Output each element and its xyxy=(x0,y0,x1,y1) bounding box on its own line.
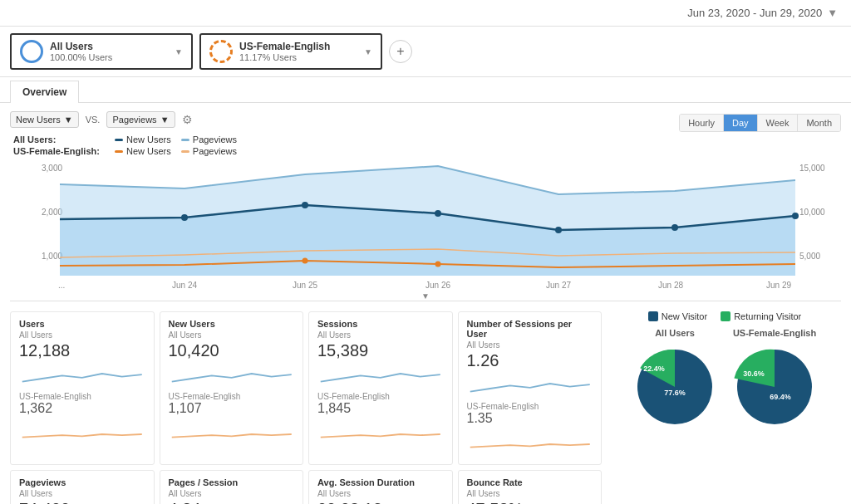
metric-all-users-value: 12,188 xyxy=(19,341,145,360)
all-users-legend-label: All Users: xyxy=(13,135,105,144)
metric-title: Pageviews xyxy=(19,477,145,487)
metric-segment-value: 1.35 xyxy=(467,411,593,426)
all-users-pie-label: All Users xyxy=(655,328,695,338)
svg-text:Jun 25: Jun 25 xyxy=(293,281,317,290)
all-users-pie-chart: 77.6% 22.4% xyxy=(629,341,721,433)
week-button[interactable]: Week xyxy=(758,115,799,131)
svg-text:5,000: 5,000 xyxy=(799,252,820,261)
metric-segment-label: All Users xyxy=(467,340,593,350)
svg-point-20 xyxy=(792,213,799,219)
metric-segment-label: All Users xyxy=(169,489,295,498)
time-buttons-group: Hourly Day Week Month xyxy=(679,114,841,132)
svg-text:Jun 29: Jun 29 xyxy=(766,281,791,290)
svg-text:30.6%: 30.6% xyxy=(743,369,765,378)
mini-chart-all-users xyxy=(467,374,593,399)
segment-pageviews-dot xyxy=(181,150,189,153)
all-users-icon xyxy=(20,40,43,63)
chart-expand-icon[interactable]: ▼ xyxy=(10,291,841,301)
metric-card: Bounce Rate All Users 47.53% US-Female-E… xyxy=(458,470,603,504)
metric-card: Users All Users 12,188 US-Female-English… xyxy=(10,311,155,465)
svg-point-16 xyxy=(302,202,308,208)
metric-segment-label: All Users xyxy=(317,489,444,498)
segment-pct: 11.17% Users xyxy=(239,52,357,62)
segment-pie-chart: 69.4% 30.6% xyxy=(729,341,820,433)
chart-controls: New Users ▼ VS. Pageviews ▼ ⚙ xyxy=(10,111,679,128)
all-users-legend: All Users: New Users Pageviews US-Female… xyxy=(13,135,237,156)
metric-segment-value: 1,362 xyxy=(19,401,145,416)
chevron-down-icon: ▼ xyxy=(364,47,372,56)
pageviews-legend-text: Pageviews xyxy=(193,135,237,144)
mini-chart-all-users xyxy=(169,364,295,389)
metric2-label: Pageviews xyxy=(112,115,156,125)
metric-title: Bounce Rate xyxy=(467,477,593,487)
segment-pie-wrap: US-Female-English 69.4% 30.6% xyxy=(729,328,820,433)
metric-segment-value: 1,845 xyxy=(317,401,444,416)
segment-all-users[interactable]: All Users 100.00% Users ▼ xyxy=(10,33,193,70)
metric-title: New Users xyxy=(169,319,295,329)
svg-text:2,000: 2,000 xyxy=(42,208,62,217)
new-visitor-legend: New Visitor xyxy=(648,311,707,321)
segment-pageviews-legend: Pageviews xyxy=(181,146,237,156)
metric-segment2-label: US-Female-English xyxy=(317,392,444,401)
chevron-down-icon: ▼ xyxy=(827,7,838,19)
tab-overview[interactable]: Overview xyxy=(10,81,79,103)
metric-segment-label: All Users xyxy=(467,489,593,498)
hourly-button[interactable]: Hourly xyxy=(680,115,724,131)
metric-segment-label: All Users xyxy=(169,330,295,340)
pageviews-dot xyxy=(181,139,189,141)
add-segment-button[interactable]: + xyxy=(389,40,412,63)
metric-all-users-value: 74,490 xyxy=(19,500,145,504)
metric1-select[interactable]: New Users ▼ xyxy=(10,111,79,128)
svg-text:Jun 28: Jun 28 xyxy=(658,281,683,290)
metric-segment-label: All Users xyxy=(19,489,145,498)
metric-all-users-value: 15,389 xyxy=(317,341,444,360)
metric-all-users-value: 4.84 xyxy=(169,500,295,504)
pie-legend: New Visitor Returning Visitor xyxy=(648,311,802,321)
svg-text:10,000: 10,000 xyxy=(799,208,825,217)
segment-name: All Users xyxy=(50,41,168,52)
metric-card: Pageviews All Users 74,490 US-Female-Eng… xyxy=(10,470,155,504)
metric-card: Avg. Session Duration All Users 00:03:12… xyxy=(308,470,453,504)
chart-legend: All Users: New Users Pageviews US-Female… xyxy=(13,135,841,156)
svg-text:Jun 26: Jun 26 xyxy=(426,281,450,290)
date-range[interactable]: Jun 23, 2020 - Jun 29, 2020 ▼ xyxy=(687,7,838,19)
month-button[interactable]: Month xyxy=(798,115,840,131)
metric-segment2-label: US-Female-English xyxy=(19,392,145,401)
svg-point-19 xyxy=(671,224,678,231)
segment-new-users-legend: New Users xyxy=(115,146,171,156)
segment-new-users-text: New Users xyxy=(126,146,171,156)
pie-section: New Visitor Returning Visitor All Users … xyxy=(608,311,841,504)
segment-info: All Users 100.00% Users xyxy=(50,41,168,62)
segment-us-female[interactable]: US-Female-English 11.17% Users ▼ xyxy=(199,33,382,70)
metric1-label: New Users xyxy=(16,115,61,125)
metrics-grid: Users All Users 12,188 US-Female-English… xyxy=(10,311,602,504)
mini-chart-segment xyxy=(317,419,444,444)
dropdown-arrow-icon: ▼ xyxy=(64,115,73,125)
metric-all-users-value: 47.53% xyxy=(467,500,593,504)
new-users-legend-text: New Users xyxy=(126,135,171,144)
day-button[interactable]: Day xyxy=(724,115,758,131)
metric2-select[interactable]: Pageviews ▼ xyxy=(106,111,175,128)
settings-icon[interactable]: ⚙ xyxy=(182,113,193,126)
segment-new-users-dot xyxy=(115,150,123,153)
metric-segment-label: All Users xyxy=(317,330,444,340)
metric-title: Users xyxy=(19,319,145,329)
svg-text:69.4%: 69.4% xyxy=(770,393,791,401)
tab-label: Overview xyxy=(22,86,66,98)
svg-text:3,000: 3,000 xyxy=(42,164,62,173)
svg-text:77.6%: 77.6% xyxy=(664,389,686,397)
metric-segment-value: 1,107 xyxy=(169,401,295,416)
dropdown-arrow-icon: ▼ xyxy=(160,115,170,125)
metric-card: New Users All Users 10,420 US-Female-Eng… xyxy=(160,311,304,465)
svg-text:22.4%: 22.4% xyxy=(643,365,665,373)
mini-chart-all-users xyxy=(19,364,145,389)
mini-chart-segment xyxy=(467,429,593,454)
segment-pct: 100.00% Users xyxy=(50,52,168,62)
mini-chart-segment xyxy=(169,419,295,444)
returning-visitor-label: Returning Visitor xyxy=(734,311,801,321)
svg-point-18 xyxy=(555,227,562,233)
new-users-dot xyxy=(115,139,123,141)
svg-point-22 xyxy=(435,262,441,267)
metric-title: Number of Sessions per User xyxy=(467,319,593,339)
all-users-pie-wrap: All Users 77.6% 22.4% xyxy=(629,328,721,433)
